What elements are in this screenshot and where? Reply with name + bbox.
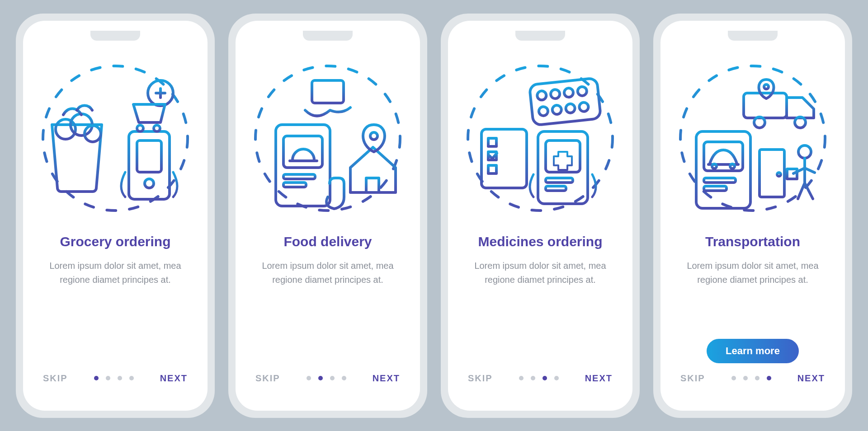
svg-point-20 [537,90,547,100]
svg-rect-11 [312,80,344,103]
svg-point-22 [564,88,574,98]
svg-point-46 [712,164,717,169]
svg-point-8 [137,125,143,131]
dot[interactable] [767,376,771,380]
onboarding-nav: SKIP NEXT [679,373,827,384]
skip-button[interactable]: SKIP [43,373,68,384]
skip-button[interactable]: SKIP [680,373,705,384]
svg-rect-37 [546,178,573,183]
svg-rect-5 [137,141,161,172]
svg-rect-38 [546,186,566,191]
dot[interactable] [118,376,122,380]
svg-point-25 [552,105,562,115]
onboarding-nav: SKIP NEXT [254,373,402,384]
onboarding-nav: SKIP NEXT [466,373,614,384]
dot[interactable] [531,376,535,380]
food-icon [251,61,405,215]
svg-rect-14 [283,174,315,179]
svg-point-23 [577,86,587,96]
screen-body: Lorem ipsum dolor sit amet, mea regione … [41,259,189,287]
svg-point-21 [550,89,560,99]
svg-point-26 [566,103,576,113]
phone-frame: Transportation Lorem ipsum dolor sit ame… [653,14,852,418]
dot[interactable] [519,376,524,380]
phone-frame: Grocery ordering Lorem ipsum dolor sit a… [16,14,215,418]
skip-button[interactable]: SKIP [255,373,280,384]
screen-title: Grocery ordering [60,233,170,250]
phone-frame: Food delivery Lorem ipsum dolor sit amet… [228,14,427,418]
dot[interactable] [554,376,559,380]
page-dots [519,376,559,380]
page-dots [731,376,771,380]
svg-point-6 [145,179,154,188]
screen-title: Transportation [705,233,800,250]
svg-rect-49 [704,186,726,191]
dot[interactable] [129,376,134,380]
svg-point-9 [154,125,160,131]
svg-rect-33 [488,165,496,173]
dot[interactable] [330,376,335,380]
onboarding-nav: SKIP NEXT [41,373,189,384]
grocery-icon [38,61,192,215]
svg-rect-36 [546,141,580,172]
transport-icon [676,61,830,215]
svg-point-43 [764,84,769,89]
svg-point-27 [579,102,589,112]
svg-point-24 [538,106,548,116]
dot[interactable] [542,376,547,380]
medicine-icon [463,61,617,215]
svg-point-52 [798,145,811,158]
svg-rect-45 [704,142,743,171]
screen-body: Lorem ipsum dolor sit amet, mea regione … [254,259,402,287]
onboarding-carousel: Grocery ordering Lorem ipsum dolor sit a… [16,14,852,418]
skip-button[interactable]: SKIP [468,373,493,384]
next-button[interactable]: NEXT [373,373,400,384]
dot[interactable] [743,376,748,380]
svg-rect-29 [488,138,496,146]
onboarding-screen-food: Food delivery Lorem ipsum dolor sit amet… [236,21,420,411]
screen-title: Medicines ordering [478,233,602,250]
screen-body: Lorem ipsum dolor sit amet, mea regione … [466,259,614,287]
dot[interactable] [94,376,99,380]
dot[interactable] [106,376,110,380]
next-button[interactable]: NEXT [585,373,613,384]
page-dots [307,376,346,380]
next-button[interactable]: NEXT [797,373,825,384]
dot[interactable] [307,376,311,380]
svg-rect-13 [283,136,322,168]
dot[interactable] [318,376,323,380]
learn-more-button[interactable]: Learn more [707,339,799,363]
svg-point-47 [730,164,735,169]
dot[interactable] [342,376,346,380]
dot[interactable] [731,376,736,380]
onboarding-screen-medicine: Medicines ordering Lorem ipsum dolor sit… [448,21,632,411]
page-dots [94,376,134,380]
svg-rect-48 [704,178,736,183]
screen-title: Food delivery [283,233,372,250]
onboarding-screen-transport: Transportation Lorem ipsum dolor sit ame… [660,21,845,411]
svg-rect-15 [283,183,306,187]
onboarding-screen-grocery: Grocery ordering Lorem ipsum dolor sit a… [23,21,208,411]
svg-point-51 [777,173,781,176]
next-button[interactable]: NEXT [160,373,188,384]
svg-rect-16 [366,178,379,192]
screen-body: Lorem ipsum dolor sit amet, mea regione … [679,259,827,287]
dot[interactable] [755,376,760,380]
phone-frame: Medicines ordering Lorem ipsum dolor sit… [441,14,640,418]
svg-point-17 [370,132,377,140]
svg-rect-19 [529,78,601,125]
